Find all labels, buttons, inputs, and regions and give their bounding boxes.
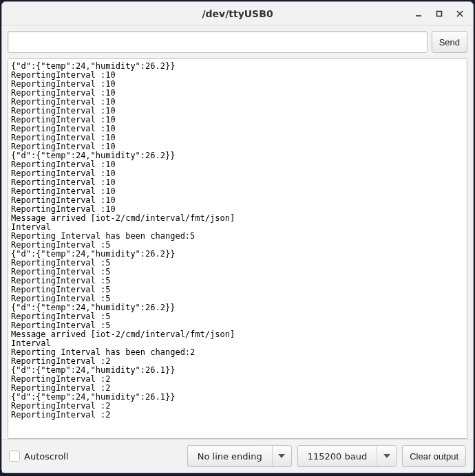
maximize-button[interactable]: [430, 5, 448, 23]
line-ending-label: No line ending: [188, 446, 272, 466]
svg-rect-1: [437, 11, 442, 16]
chevron-down-icon: [377, 446, 396, 466]
minimize-icon: [414, 10, 423, 18]
window-title: /dev/ttyUSB0: [202, 8, 273, 19]
autoscroll-label: Autoscroll: [24, 451, 68, 462]
chevron-down-icon: [272, 446, 291, 466]
send-toolbar: Send: [2, 25, 473, 58]
serial-output[interactable]: {"d":{"temp":24,"humidity":26.2}} Report…: [8, 58, 467, 439]
svg-marker-5: [383, 454, 390, 458]
serial-input[interactable]: [8, 31, 427, 53]
titlebar-controls: [410, 2, 469, 25]
close-button[interactable]: [451, 5, 469, 23]
line-ending-dropdown[interactable]: No line ending: [187, 445, 292, 467]
checkbox-box: [9, 451, 20, 462]
send-button[interactable]: Send: [432, 31, 467, 53]
close-icon: [456, 10, 464, 18]
baud-label: 115200 baud: [298, 446, 377, 466]
maximize-icon: [435, 10, 443, 18]
autoscroll-checkbox[interactable]: Autoscroll: [9, 451, 68, 462]
clear-output-button[interactable]: Clear output: [402, 445, 466, 467]
serial-monitor-window: /dev/ttyUSB0 Send {"d":{"temp":24,"humid…: [1, 1, 474, 473]
bottom-toolbar: Autoscroll No line ending 115200 baud Cl…: [2, 439, 473, 473]
svg-marker-4: [278, 454, 285, 458]
titlebar: /dev/ttyUSB0: [2, 2, 473, 25]
minimize-button[interactable]: [410, 5, 427, 23]
baud-dropdown[interactable]: 115200 baud: [297, 445, 397, 467]
